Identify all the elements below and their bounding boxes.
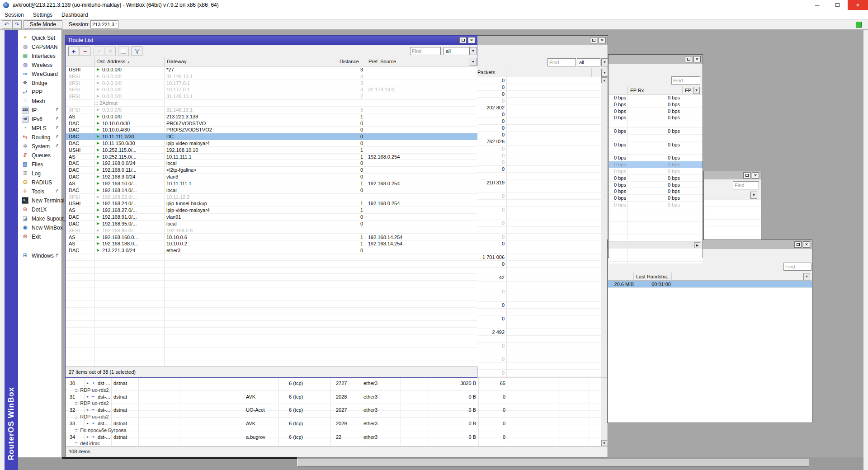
route-row[interactable]: DAC▶192.168.0.0/24local0	[66, 160, 477, 167]
maximize-button[interactable]	[827, 0, 848, 10]
route-row[interactable]: DAC▶10.10.0.4/30PROISZVODSTVO20	[66, 127, 477, 133]
packets-row[interactable]: 0	[475, 261, 601, 268]
route-row[interactable]: XFSI▶0.0.0.0/031.148.13.13	[66, 107, 477, 113]
route-row[interactable]: USHI▶192.168.24.0/...ipip-tunnel-backup1…	[66, 200, 477, 207]
route-list-window[interactable]: Route List ✕ + − ✓ ✕ all ▼ Dst. Address▲…	[65, 35, 477, 378]
route-row[interactable]: DAC▶213.221.3.0/24ether30	[66, 247, 477, 254]
packets-row[interactable]: 0	[475, 220, 601, 227]
traffic-row[interactable]: 0 bps0 bps	[609, 195, 703, 202]
restore-window-button[interactable]	[590, 37, 597, 43]
close-window-button[interactable]: ✕	[752, 172, 759, 179]
remove-route-button[interactable]: −	[80, 47, 90, 56]
vertical-scrollbar[interactable]: ▲	[601, 77, 607, 379]
vertical-scrollbar[interactable]: ▼	[601, 377, 607, 446]
route-row[interactable]: USHI▶10.252.115.0/...192.168.10.101	[66, 147, 477, 154]
traffic-row[interactable]: 0 bps0 bps	[609, 94, 703, 101]
column-header-last-handshake[interactable]: Last Handsha...	[634, 273, 672, 280]
column-header-distance[interactable]: Distance	[337, 57, 366, 66]
restore-window-button[interactable]	[459, 37, 467, 43]
packets-window-titlebar[interactable]	[474, 36, 608, 45]
route-row[interactable]: XFSI▶0.0.0.0/010.177.0.13	[66, 80, 477, 87]
sidebar-item-log[interactable]: ≣Log	[18, 169, 61, 178]
disable-route-button[interactable]: ✕	[105, 47, 116, 56]
packets-row[interactable]: 0	[475, 146, 601, 152]
sidebar-item-windows[interactable]: ⊞Windows↱	[18, 251, 61, 260]
scroll-down-button[interactable]: ▼	[601, 440, 607, 446]
minimize-button[interactable]: —	[807, 0, 827, 10]
packets-row[interactable]: 0	[475, 98, 601, 104]
sidebar-item-ip[interactable]: 255IP↱	[18, 106, 61, 115]
sidebar-item-exit[interactable]: ⊗Exit	[18, 232, 61, 241]
packets-row[interactable]: 0	[475, 302, 601, 309]
safe-mode-button[interactable]: Safe Mode	[24, 20, 62, 29]
traffic-row[interactable]: 0 bps0 bps	[609, 108, 703, 115]
packets-row[interactable]: 2 492	[475, 329, 601, 336]
traffic-row[interactable]: 0 bps0 bps	[609, 141, 703, 148]
enable-route-button[interactable]: ✓	[94, 47, 104, 56]
column-header-fp-rx[interactable]: FP Rx	[628, 86, 683, 94]
column-select-button[interactable]: ▼	[750, 192, 757, 199]
packets-row[interactable]: 0	[475, 193, 601, 200]
route-row[interactable]: AS▶192.168.10.0/...10.11.111.11192.168.0…	[66, 180, 477, 187]
sidebar-item-wireguard[interactable]: ∞WireGuard	[18, 70, 61, 79]
column-select-button[interactable]: ▼	[470, 58, 476, 66]
column-header-gateway[interactable]: Gateway	[165, 57, 337, 66]
sidebar-item-make-supout-rif[interactable]: ◪Make Supout.rif	[18, 214, 61, 223]
traffic-window[interactable]: ✕ FP Rx FP T ▼ 0 bps0 bps0 bps0 bps0 bps…	[608, 54, 703, 258]
find-input[interactable]	[671, 76, 700, 85]
route-row[interactable]: AS▶192.168.168.0...10.10.0.61192.168.14.…	[66, 234, 477, 241]
restore-window-button[interactable]	[685, 56, 692, 62]
peers-window[interactable]: ✕ Last Handsha... ▼ 20.6 MiB 00:01:00	[607, 240, 812, 423]
route-comment-row[interactable]: ::: 2Azimut	[66, 100, 477, 107]
sidebar-item-mesh[interactable]: ∴Mesh	[18, 97, 61, 106]
restore-window-button[interactable]	[794, 241, 802, 248]
filter-button[interactable]	[132, 47, 142, 56]
mini-list-window[interactable]: ✕ ▼	[703, 171, 761, 240]
route-row[interactable]: DAC▶192.168.91.0/...vlan910	[66, 214, 477, 221]
horizontal-scrollbar[interactable]: ▶	[609, 241, 703, 249]
traffic-row[interactable]: 0 bps0 bps	[609, 175, 703, 182]
packets-row[interactable]: 0	[475, 288, 601, 295]
packets-row[interactable]: 0	[475, 315, 601, 322]
route-row[interactable]: USHI▶0.0.0.0/0*273	[66, 66, 477, 73]
route-row[interactable]: XFSI▶0.0.0.0/010.177.0.1331.173.13.0	[66, 86, 477, 93]
packets-row[interactable]: 762 026	[475, 138, 601, 145]
restore-window-button[interactable]	[743, 172, 750, 179]
sidebar-item-capsman[interactable]: ◍CAPsMAN	[18, 42, 61, 52]
peer-row[interactable]: 20.6 MiB 00:01:00	[608, 281, 812, 288]
nat-row[interactable]: 33▸⇥dst-...dstnatAVK6 (tcp)2029ether30 B…	[66, 420, 601, 427]
sidebar-item-ipv6[interactable]: v6IPv6↱	[18, 115, 61, 124]
packets-row[interactable]: 1 701 006	[475, 254, 601, 261]
filter-select[interactable]: all	[577, 58, 600, 66]
traffic-row[interactable]: 0 bps0 bps	[609, 161, 703, 168]
filter-select[interactable]: all	[443, 47, 470, 55]
packets-row[interactable]: 0	[475, 91, 601, 98]
column-header-fp-tx[interactable]: FP T	[683, 86, 693, 94]
route-row[interactable]: XFSI▶0.0.0.0/031.148.13.12	[66, 93, 477, 100]
comment-button[interactable]	[118, 47, 129, 56]
sidebar-item-dot1x[interactable]: ⊛Dot1X	[18, 205, 61, 214]
close-window-button[interactable]: ✕	[693, 56, 701, 62]
sidebar-item-wireless[interactable]: ◍Wireless	[18, 61, 61, 70]
packets-row[interactable]: 0	[475, 356, 601, 363]
undo-button[interactable]: ↶	[2, 20, 11, 29]
close-window-button[interactable]: ✕	[468, 37, 475, 43]
traffic-row[interactable]: 0 bps0 bps	[609, 188, 703, 195]
packets-row[interactable]: 0	[475, 125, 601, 132]
mdi-scrollbar[interactable]	[297, 459, 809, 467]
route-row[interactable]: XFSI▶192.168.22.0/...10.11.12.2	[66, 194, 477, 201]
sidebar-item-new-winbox[interactable]: ◉New WinBox	[18, 223, 61, 232]
nat-comment-row[interactable]: ::: dell idrac	[66, 440, 601, 446]
nat-row[interactable]: 31▸⇥dst-...dstnatAVK6 (tcp)2028ether30 B…	[66, 394, 601, 400]
menu-dashboard[interactable]: Dashboard	[57, 10, 93, 20]
route-row[interactable]: AS▶10.252.115.0/...10.11.111.11192.168.0…	[66, 154, 477, 160]
route-row[interactable]: DAC▶192.168.0.11/...<l2tp-fgalina>0	[66, 167, 477, 174]
route-row[interactable]: DAC▶10.10.0.0/30PROIZVODSTVO0	[66, 120, 477, 127]
close-window-button[interactable]: ✕	[599, 37, 606, 43]
filter-dropdown-button[interactable]: ▼	[470, 47, 476, 55]
route-row[interactable]: DAC▶10.11.111.0/30DC0	[66, 133, 477, 140]
column-header-packets[interactable]: Packets	[475, 68, 506, 77]
scroll-up-button[interactable]: ▲	[601, 77, 607, 83]
sidebar-item-ppp[interactable]: ⇄PPP	[18, 88, 61, 97]
close-window-button[interactable]: ✕	[803, 241, 810, 248]
